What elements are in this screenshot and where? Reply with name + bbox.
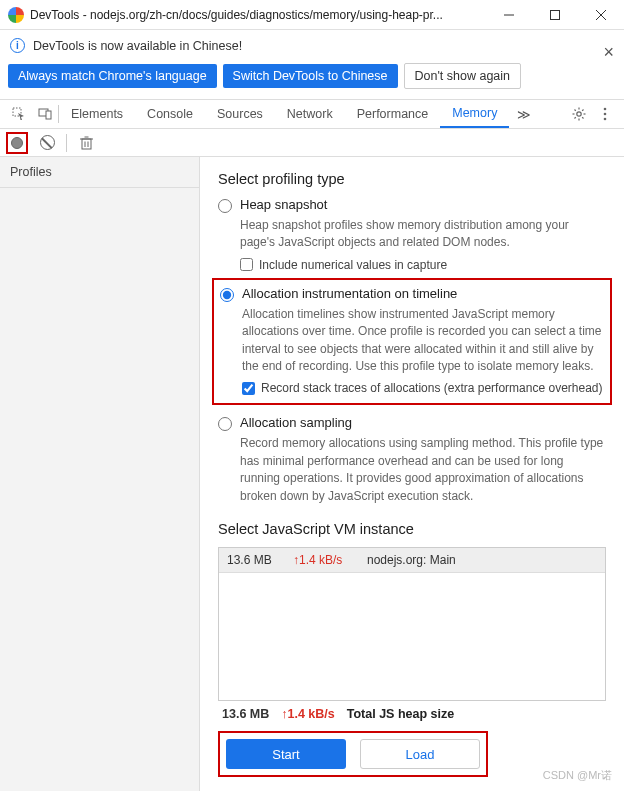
kebab-menu-icon[interactable] [592,107,618,121]
action-buttons-highlight: Start Load [218,731,488,777]
separator [66,134,67,152]
window-maximize-button[interactable] [532,0,578,30]
svg-point-7 [577,112,581,116]
svg-rect-19 [82,139,91,149]
checkbox-include-numerical[interactable] [240,258,253,271]
svg-line-13 [582,117,583,118]
panel-tabs: Elements Console Sources Network Perform… [0,99,624,129]
vm-name: nodejs.org: Main [367,553,456,567]
option-allocation-timeline[interactable]: Allocation instrumentation on timeline [220,286,604,302]
match-language-button[interactable]: Always match Chrome's language [8,64,217,88]
clear-button[interactable] [36,132,58,154]
memory-toolbar [0,129,624,157]
label-allocation-sampling: Allocation sampling [240,415,352,430]
vm-instance-row[interactable]: 13.6 MB ↑1.4 kB/s nodejs.org: Main [219,548,605,573]
svg-rect-6 [46,111,51,119]
vm-instance-list: 13.6 MB ↑1.4 kB/s nodejs.org: Main [218,547,606,701]
dont-show-again-button[interactable]: Don't show again [404,63,522,89]
window-minimize-button[interactable] [486,0,532,30]
desc-allocation-sampling: Record memory allocations using sampling… [240,435,606,505]
chk-record-stack-traces[interactable]: Record stack traces of allocations (extr… [242,381,604,395]
option-allocation-sampling[interactable]: Allocation sampling [218,415,606,431]
vm-size: 13.6 MB [227,553,283,567]
tab-network[interactable]: Network [275,100,345,128]
chk-include-numerical[interactable]: Include numerical values in capture [240,258,606,272]
record-button[interactable] [6,132,28,154]
tab-performance[interactable]: Performance [345,100,441,128]
infobar: i DevTools is now available in Chinese! … [0,30,624,61]
window-titlebar: DevTools - nodejs.org/zh-cn/docs/guides/… [0,0,624,30]
tabs-overflow-icon[interactable]: ≫ [509,107,539,122]
vm-rate: ↑1.4 kB/s [293,553,357,567]
desc-allocation-timeline: Allocation timelines show instrumented J… [242,306,604,376]
label-allocation-timeline: Allocation instrumentation on timeline [242,286,457,301]
load-button[interactable]: Load [360,739,480,769]
switch-devtools-button[interactable]: Switch DevTools to Chinese [223,64,398,88]
profiles-sidebar: Profiles [0,157,200,791]
start-button[interactable]: Start [226,739,346,769]
total-rate: ↑1.4 kB/s [281,707,335,721]
infobar-buttons: Always match Chrome's language Switch De… [0,61,624,99]
watermark: CSDN @Mr诺 [543,768,612,783]
option-heap-snapshot[interactable]: Heap snapshot [218,197,606,213]
desc-heap-snapshot: Heap snapshot profiles show memory distr… [240,217,606,252]
tab-sources[interactable]: Sources [205,100,275,128]
chrome-logo-icon [8,7,24,23]
radio-allocation-timeline[interactable] [220,288,234,302]
settings-gear-icon[interactable] [566,107,592,121]
device-toolbar-icon[interactable] [32,107,58,121]
info-icon: i [10,38,25,53]
profiling-type-heading: Select profiling type [218,171,606,187]
vm-instance-heading: Select JavaScript VM instance [218,521,606,537]
label-heap-snapshot: Heap snapshot [240,197,327,212]
svg-line-14 [582,110,583,111]
svg-point-16 [604,108,607,111]
infobar-close-button[interactable]: × [603,42,614,63]
window-close-button[interactable] [578,0,624,30]
checkbox-record-stack-traces[interactable] [242,382,255,395]
svg-point-17 [604,113,607,116]
radio-allocation-sampling[interactable] [218,417,232,431]
sidebar-header: Profiles [0,157,199,188]
totals-row: 13.6 MB ↑1.4 kB/s Total JS heap size [218,701,606,727]
svg-rect-1 [551,10,560,19]
memory-main-panel: Select profiling type Heap snapshot Heap… [200,157,624,791]
svg-point-18 [604,118,607,121]
tab-memory[interactable]: Memory [440,100,509,128]
delete-icon[interactable] [75,132,97,154]
window-title: DevTools - nodejs.org/zh-cn/docs/guides/… [30,8,443,22]
tab-console[interactable]: Console [135,100,205,128]
highlight-allocation-timeline: Allocation instrumentation on timeline A… [212,278,612,406]
total-size: 13.6 MB [222,707,269,721]
radio-heap-snapshot[interactable] [218,199,232,213]
inspect-element-icon[interactable] [6,107,32,121]
svg-line-15 [575,117,576,118]
svg-line-12 [575,110,576,111]
infobar-message: DevTools is now available in Chinese! [33,39,242,53]
tab-elements[interactable]: Elements [59,100,135,128]
total-label: Total JS heap size [347,707,454,721]
